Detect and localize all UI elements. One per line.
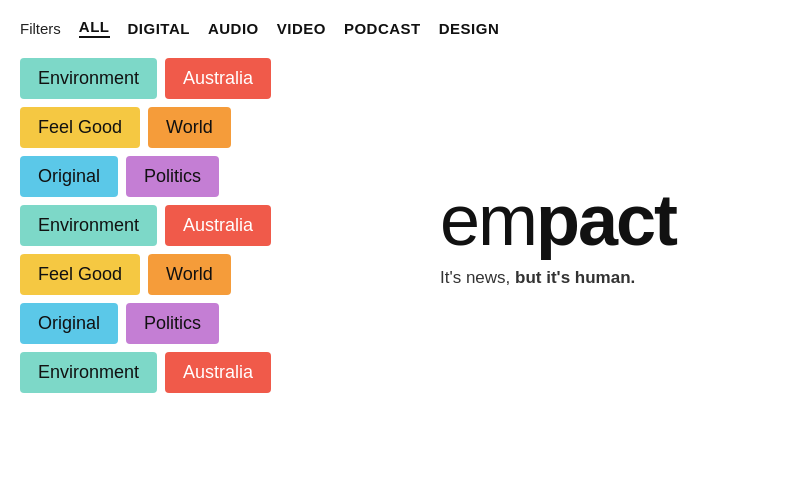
- tag-row: Feel Good World: [20, 107, 380, 148]
- tags-column: Environment Australia Feel Good World Or…: [20, 58, 380, 393]
- tag-environment[interactable]: Environment: [20, 58, 157, 99]
- filter-all[interactable]: ALL: [79, 18, 110, 38]
- tag-row: Original Politics: [20, 156, 380, 197]
- filter-digital[interactable]: DIGITAL: [128, 20, 190, 37]
- tag-original[interactable]: Original: [20, 303, 118, 344]
- tagline-bold: but it's human.: [515, 268, 635, 287]
- tag-australia[interactable]: Australia: [165, 352, 271, 393]
- filter-audio[interactable]: AUDIO: [208, 20, 259, 37]
- header: Filters ALL DIGITAL AUDIO VIDEO PODCAST …: [0, 0, 800, 48]
- tag-feelgood[interactable]: Feel Good: [20, 107, 140, 148]
- tag-row: Environment Australia: [20, 205, 380, 246]
- brand-logo-em: em: [440, 180, 536, 260]
- tag-politics[interactable]: Politics: [126, 156, 219, 197]
- tag-environment[interactable]: Environment: [20, 352, 157, 393]
- tag-feelgood[interactable]: Feel Good: [20, 254, 140, 295]
- tag-australia[interactable]: Australia: [165, 205, 271, 246]
- filter-design[interactable]: DESIGN: [439, 20, 500, 37]
- tag-world[interactable]: World: [148, 107, 231, 148]
- tag-environment[interactable]: Environment: [20, 205, 157, 246]
- tag-row: Original Politics: [20, 303, 380, 344]
- brand-tagline: It's news, but it's human.: [440, 268, 635, 288]
- tag-politics[interactable]: Politics: [126, 303, 219, 344]
- filters-label: Filters: [20, 20, 61, 37]
- filter-video[interactable]: VIDEO: [277, 20, 326, 37]
- main-content: Environment Australia Feel Good World Or…: [0, 48, 800, 393]
- tag-row: Environment Australia: [20, 352, 380, 393]
- brand-section: empact It's news, but it's human.: [380, 58, 780, 393]
- tagline-plain: It's news,: [440, 268, 515, 287]
- filter-podcast[interactable]: PODCAST: [344, 20, 421, 37]
- brand-logo: empact: [440, 184, 676, 256]
- brand-logo-pact: pact: [536, 180, 676, 260]
- tag-row: Feel Good World: [20, 254, 380, 295]
- tag-row: Environment Australia: [20, 58, 380, 99]
- tag-world[interactable]: World: [148, 254, 231, 295]
- tag-australia[interactable]: Australia: [165, 58, 271, 99]
- tag-original[interactable]: Original: [20, 156, 118, 197]
